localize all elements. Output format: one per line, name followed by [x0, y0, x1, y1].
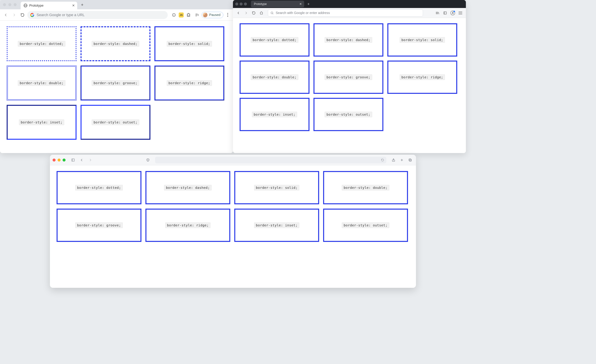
border-card-inset: border-style: inset;	[240, 98, 309, 131]
svg-rect-6	[409, 159, 411, 161]
urlbar-placeholder: Search with Google or enter address	[276, 11, 330, 15]
border-label: border-style: dashed;	[164, 185, 211, 191]
border-label: border-style: solid;	[400, 37, 445, 43]
chrome-new-tab-button[interactable]: +	[79, 1, 86, 8]
border-card-dashed: border-style: dashed;	[313, 23, 383, 57]
info-icon[interactable]	[170, 11, 177, 18]
firefox-menu-button[interactable]	[457, 10, 463, 16]
share-icon[interactable]	[390, 157, 397, 163]
border-card-solid: border-style: solid;	[154, 26, 224, 61]
border-label: border-style: double;	[251, 74, 298, 80]
border-label: border-style: groove;	[75, 223, 123, 228]
back-button[interactable]	[79, 157, 85, 163]
safari-toolbar	[50, 155, 416, 165]
firefox-viewport: border-style: dotted; border-style: dash…	[233, 18, 466, 136]
svg-rect-7	[409, 159, 411, 161]
chrome-traffic-lights	[3, 3, 17, 6]
border-card-inset: border-style: inset;	[7, 105, 76, 140]
google-icon	[30, 13, 34, 17]
firefox-tab-prototype[interactable]: Prototype ✕	[251, 1, 304, 7]
firefox-tab-title: Prototype	[254, 2, 267, 6]
border-card-solid: border-style: solid;	[234, 171, 319, 204]
border-label: border-style: ridge;	[400, 74, 445, 80]
border-card-outset: border-style: outset;	[313, 98, 383, 131]
safari-minimize-dot[interactable]	[58, 159, 60, 162]
border-card-double: border-style: double;	[323, 171, 408, 204]
safari-traffic-lights	[52, 159, 66, 162]
firefox-tabstrip: Prototype ✕ +	[233, 0, 466, 8]
svg-point-1	[271, 12, 273, 14]
close-icon[interactable]: ✕	[72, 3, 75, 7]
privacy-shield-icon[interactable]	[145, 157, 151, 163]
border-card-dashed: border-style: dashed;	[81, 26, 150, 61]
border-card-outset: border-style: outset;	[323, 209, 408, 242]
chrome-menu-button[interactable]	[225, 13, 231, 17]
border-label: border-style: dashed;	[325, 37, 372, 43]
close-icon[interactable]: ✕	[299, 2, 302, 6]
firefox-window: Prototype ✕ + Search with Google or ente…	[233, 0, 466, 153]
border-label: border-style: dotted;	[18, 41, 65, 47]
profile-label: Paused	[209, 13, 220, 17]
border-card-dotted: border-style: dotted;	[7, 26, 76, 61]
border-label: border-style: inset;	[252, 112, 297, 117]
tabs-overview-icon[interactable]	[407, 157, 413, 163]
reading-list-icon[interactable]	[193, 11, 200, 18]
firefox-maximize-dot[interactable]	[244, 2, 247, 6]
chrome-minimize-dot[interactable]	[8, 3, 11, 6]
safari-viewport: border-style: dotted; border-style: dash…	[50, 165, 416, 248]
library-icon[interactable]	[434, 10, 441, 16]
safari-maximize-dot[interactable]	[63, 159, 66, 162]
border-label: border-style: outset;	[92, 119, 139, 125]
avatar-icon	[203, 13, 208, 17]
chrome-tab-prototype[interactable]: Prototype ✕	[21, 2, 77, 9]
border-card-groove: border-style: groove;	[313, 60, 383, 94]
omnibox-placeholder: Search Google or type a URL	[37, 13, 85, 17]
firefox-new-tab-button[interactable]: +	[305, 1, 312, 7]
chrome-maximize-dot[interactable]	[14, 3, 17, 6]
border-card-groove: border-style: groove;	[81, 66, 150, 100]
firefox-minimize-dot[interactable]	[240, 2, 243, 6]
safari-urlbar[interactable]	[155, 157, 386, 163]
new-tab-icon[interactable]	[399, 157, 405, 163]
chrome-tabstrip: Prototype ✕ +	[0, 0, 233, 9]
border-label: border-style: groove;	[92, 80, 139, 86]
forward-button[interactable]	[87, 157, 94, 163]
chrome-window: Prototype ✕ + Search Google or type a UR…	[0, 0, 233, 153]
safari-close-dot[interactable]	[52, 159, 56, 162]
back-button[interactable]	[2, 11, 9, 18]
forward-button[interactable]	[243, 10, 249, 16]
firefox-close-dot[interactable]	[235, 2, 238, 6]
border-label: border-style: ridge;	[167, 80, 212, 86]
extensions-icon[interactable]	[185, 11, 192, 18]
border-label: border-style: dotted;	[251, 37, 298, 43]
extension-js-icon[interactable]: JS	[179, 13, 184, 17]
firefox-actions	[434, 10, 463, 16]
chrome-actions: JS Paused	[170, 11, 231, 18]
sidebar-toggle-icon[interactable]	[70, 157, 76, 163]
border-label: border-style: outset;	[325, 112, 372, 117]
border-card-groove: border-style: groove;	[57, 209, 142, 242]
border-label: border-style: dotted;	[75, 185, 123, 191]
border-card-solid: border-style: solid;	[387, 23, 457, 57]
reload-button[interactable]	[251, 10, 257, 16]
home-button[interactable]	[258, 10, 265, 16]
profile-chip[interactable]: Paused	[202, 12, 223, 18]
chrome-tab-title: Prototype	[29, 4, 44, 7]
reload-icon[interactable]	[381, 159, 384, 162]
chrome-toolbar: Search Google or type a URL JS Paused	[0, 9, 233, 21]
border-label: border-style: dashed;	[92, 41, 139, 47]
chrome-omnibox[interactable]: Search Google or type a URL	[27, 11, 168, 19]
chrome-close-dot[interactable]	[3, 3, 6, 6]
sidebar-icon[interactable]	[442, 10, 448, 16]
border-card-dotted: border-style: dotted;	[240, 23, 309, 57]
border-label: border-style: ridge;	[165, 223, 211, 228]
globe-icon	[24, 4, 27, 7]
border-card-double: border-style: double;	[240, 60, 309, 94]
border-card-dashed: border-style: dashed;	[145, 171, 230, 204]
border-label: border-style: groove;	[325, 74, 372, 80]
reload-button[interactable]	[19, 11, 26, 18]
forward-button[interactable]	[11, 11, 18, 18]
back-button[interactable]	[235, 10, 242, 16]
firefox-urlbar[interactable]: Search with Google or enter address	[268, 9, 423, 16]
account-icon[interactable]	[450, 10, 456, 16]
